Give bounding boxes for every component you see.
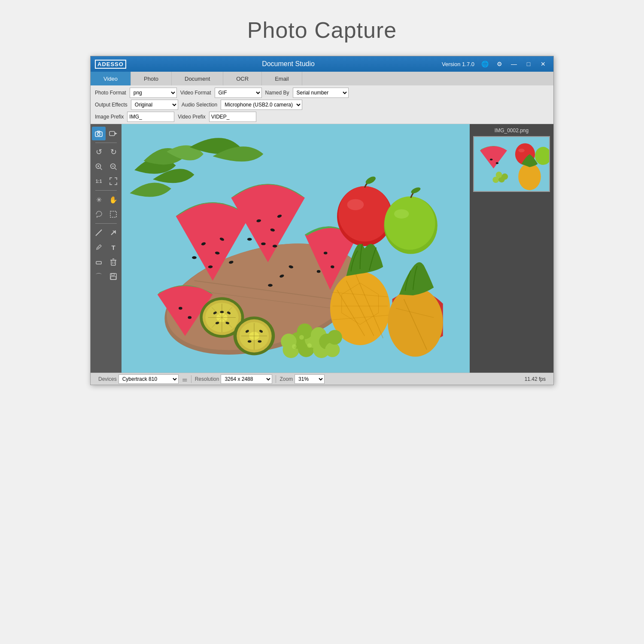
resolution-label: Resolution xyxy=(195,376,219,382)
maximize-button[interactable]: □ xyxy=(522,59,535,69)
arrow-tool[interactable] xyxy=(106,226,120,240)
right-panel: IMG_0002.png xyxy=(470,124,553,373)
output-effects-label: Output Effects xyxy=(95,102,128,108)
close-button[interactable]: ✕ xyxy=(537,59,549,69)
svg-point-87 xyxy=(388,288,443,357)
rotate-left-tool[interactable]: ↺ xyxy=(92,145,106,159)
svg-point-43 xyxy=(324,252,328,254)
thumbnail-image[interactable] xyxy=(473,136,550,192)
svg-point-45 xyxy=(317,270,321,273)
toolbar-row-2: Output Effects Original Grayscale Sepia … xyxy=(95,100,549,110)
fps-display: 11.42 fps xyxy=(525,376,549,382)
svg-point-49 xyxy=(338,186,391,242)
lasso-tool[interactable] xyxy=(92,207,106,221)
window-controls: 🌐 ⚙ — □ ✕ xyxy=(479,59,549,69)
zoom-select[interactable]: 31% 50% 75% 100% xyxy=(295,374,325,384)
rotate-right-tool[interactable]: ↻ xyxy=(106,145,120,159)
video-prefix-input[interactable] xyxy=(209,112,256,122)
svg-line-10 xyxy=(115,168,117,170)
save-tool[interactable] xyxy=(106,270,120,283)
tab-video[interactable]: Video xyxy=(91,72,131,85)
tab-ocr[interactable]: OCR xyxy=(223,72,262,85)
app-version: Version 1.7.0 xyxy=(442,61,474,67)
svg-point-103 xyxy=(328,330,342,344)
svg-point-101 xyxy=(299,335,304,340)
svg-line-6 xyxy=(100,168,102,170)
status-bar: Devices Cybertrack 810 USB Camera Defaul… xyxy=(91,373,553,385)
svg-point-39 xyxy=(261,243,266,245)
fit-1-1-tool[interactable]: 1:1 xyxy=(92,174,106,188)
auto-tool[interactable]: ✳ xyxy=(92,193,106,207)
audio-selection-label: Audio Selection xyxy=(182,102,217,108)
image-prefix-input[interactable] xyxy=(127,112,174,122)
svg-point-41 xyxy=(247,238,252,240)
svg-rect-17 xyxy=(96,261,101,264)
text-tool[interactable]: T xyxy=(106,240,120,254)
svg-point-102 xyxy=(325,342,340,357)
tab-bar: Video Photo Document OCR Email xyxy=(91,72,553,85)
video-tool[interactable] xyxy=(106,127,120,140)
tab-email[interactable]: Email xyxy=(262,72,302,85)
devices-select[interactable]: Cybertrack 810 USB Camera Default xyxy=(118,374,179,384)
svg-point-106 xyxy=(268,284,273,286)
audio-selection-select[interactable]: Microphone (USB2.0 camera) Default micro… xyxy=(221,100,302,110)
svg-point-108 xyxy=(490,158,492,160)
svg-rect-0 xyxy=(95,132,102,137)
svg-point-69 xyxy=(220,311,224,313)
equalizer-icon[interactable]: ⚌ xyxy=(182,376,188,383)
eraser-tool[interactable] xyxy=(92,255,106,269)
globe-button[interactable]: 🌐 xyxy=(479,59,491,69)
devices-label: Devices xyxy=(98,376,117,382)
line-tool[interactable] xyxy=(92,226,106,240)
page-title: Photo Capture xyxy=(247,17,397,43)
named-by-label: Named By xyxy=(265,90,289,96)
tab-photo[interactable]: Photo xyxy=(131,72,172,85)
zoom-in-tool[interactable] xyxy=(92,160,106,173)
svg-rect-25 xyxy=(111,276,116,279)
output-effects-select[interactable]: Original Grayscale Sepia Invert xyxy=(131,100,178,110)
zoom-label: Zoom xyxy=(279,376,293,382)
svg-point-99 xyxy=(292,344,297,349)
minimize-button[interactable]: — xyxy=(508,59,520,69)
photo-format-select[interactable]: png jpg bmp tiff xyxy=(130,88,177,98)
svg-rect-18 xyxy=(111,260,115,265)
svg-point-53 xyxy=(385,196,435,249)
lasso2-tool[interactable]: ⌒ xyxy=(92,270,106,283)
svg-point-1 xyxy=(97,133,100,136)
svg-point-116 xyxy=(501,173,508,180)
svg-point-78 xyxy=(248,340,252,343)
resolution-select[interactable]: 3264 x 2488 1920 x 1080 1280 x 720 xyxy=(221,374,272,384)
toolbar-row-3: Image Prefix Video Prefix xyxy=(95,112,549,122)
svg-point-47 xyxy=(188,316,191,319)
svg-point-115 xyxy=(496,172,502,178)
delete-tool[interactable] xyxy=(106,255,120,269)
thumbnail-label: IMG_0002.png xyxy=(473,128,550,134)
video-format-select[interactable]: GIF AVI MP4 MOV xyxy=(215,88,262,98)
zoom-out-tool[interactable] xyxy=(106,160,120,173)
camera-tool[interactable] xyxy=(92,127,106,140)
svg-line-14 xyxy=(96,230,102,236)
named-by-select[interactable]: Serial number Date Custom xyxy=(293,88,349,98)
photo-format-label: Photo Format xyxy=(95,90,126,96)
svg-point-100 xyxy=(307,343,312,348)
svg-point-112 xyxy=(518,163,541,190)
svg-marker-4 xyxy=(115,132,117,135)
toolbar: Photo Format png jpg bmp tiff Video Form… xyxy=(91,85,553,124)
svg-point-54 xyxy=(394,209,409,218)
pan-tool[interactable]: ✋ xyxy=(106,193,120,207)
fit-window-tool[interactable] xyxy=(106,174,120,188)
main-content: ↺ ↻ xyxy=(91,124,553,373)
video-prefix-label: Video Prefix xyxy=(178,114,205,120)
zoom-group: Zoom 31% 50% 75% 100% xyxy=(276,374,328,384)
svg-rect-13 xyxy=(110,211,116,217)
tab-document[interactable]: Document xyxy=(172,72,223,85)
eyedropper-tool[interactable] xyxy=(92,240,106,254)
rect-select-tool[interactable] xyxy=(106,207,120,221)
left-toolbar: ↺ ↻ xyxy=(91,124,122,373)
toolbar-row-1: Photo Format png jpg bmp tiff Video Form… xyxy=(95,88,549,98)
title-bar: ADESSO Document Studio Version 1.7.0 🌐 ⚙… xyxy=(91,56,553,72)
settings-button[interactable]: ⚙ xyxy=(493,59,505,69)
app-logo: ADESSO xyxy=(95,60,126,69)
svg-point-46 xyxy=(179,307,182,310)
camera-preview xyxy=(122,124,470,373)
